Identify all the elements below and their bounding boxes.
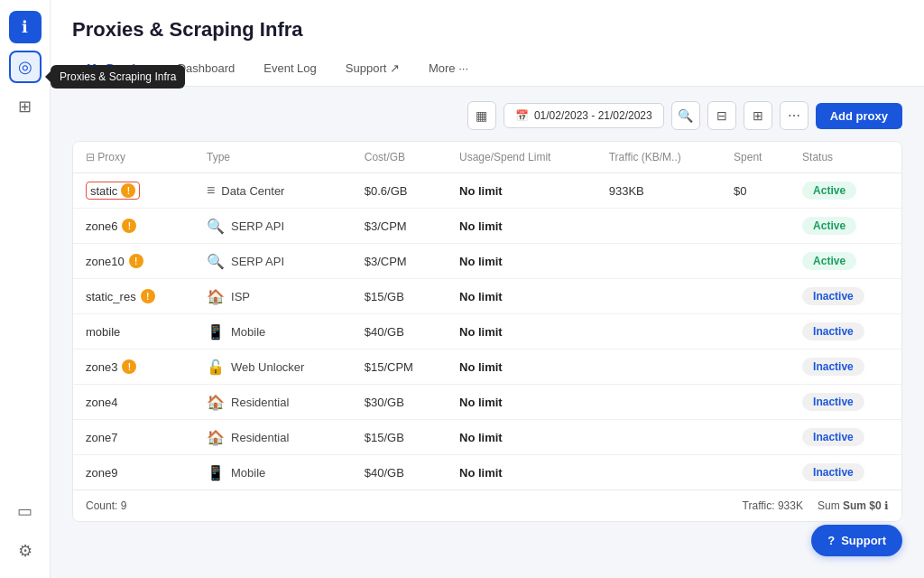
cell-traffic xyxy=(596,244,721,279)
table-footer: Count: 9 Traffic: 933K Sum Sum $0 ℹ xyxy=(73,489,901,521)
type-label: ISP xyxy=(231,290,250,303)
cell-proxy: static ! xyxy=(73,173,194,209)
status-badge: Inactive xyxy=(802,393,864,411)
warn-icon: ! xyxy=(121,183,135,198)
type-label: Web Unlocker xyxy=(231,360,304,374)
col-status: Status xyxy=(790,142,901,173)
traffic-label: Traffic: 933K xyxy=(743,499,803,512)
count-label: Count: 9 xyxy=(86,499,126,512)
proxy-table: ⊟ Proxy Type Cost/GB Usage/Spend Limit T… xyxy=(72,141,902,522)
cell-limit: No limit xyxy=(447,173,596,209)
cell-status: Inactive xyxy=(790,385,901,420)
support-button[interactable]: ? Support xyxy=(811,525,902,556)
type-icon: 🔍 xyxy=(207,253,225,270)
col-limit: Usage/Spend Limit xyxy=(447,142,596,173)
cell-status: Inactive xyxy=(790,420,901,455)
cell-cost: $3/CPM xyxy=(352,244,447,279)
status-badge: Inactive xyxy=(802,358,864,376)
cell-cost: $3/CPM xyxy=(352,209,447,244)
cell-type: 🏠 Residential xyxy=(194,420,352,455)
cell-spent xyxy=(721,385,790,420)
date-range-picker[interactable]: 📅 01/02/2023 - 21/02/2023 xyxy=(504,103,664,128)
table-row: static ! ≡ Data Center $0.6/GB No limit … xyxy=(73,173,901,209)
proxy-name-boxed: static ! xyxy=(86,182,140,200)
sidebar-item-settings[interactable]: ⚙ xyxy=(9,535,42,567)
proxy-name: zone9 xyxy=(86,466,181,480)
cell-proxy: zone3 ! xyxy=(73,350,194,385)
cell-proxy: zone4 xyxy=(73,385,194,420)
proxy-name: mobile xyxy=(86,325,181,339)
table-row: zone6 ! 🔍 SERP API $3/CPM No limit Activ… xyxy=(73,209,901,244)
grid-icon-btn[interactable]: ⊞ xyxy=(744,101,772,130)
status-badge: Inactive xyxy=(802,463,864,481)
table-row: zone9 📱 Mobile $40/GB No limit Inactive xyxy=(73,455,901,490)
filter-icon-btn[interactable]: ⊟ xyxy=(707,101,736,130)
proxy-name: zone4 xyxy=(86,396,181,409)
cell-cost: $0.6/GB xyxy=(352,173,447,209)
type-icon: 📱 xyxy=(207,323,225,340)
chart-icon-btn[interactable]: ▦ xyxy=(467,101,496,130)
table-header-row: ⊟ Proxy Type Cost/GB Usage/Spend Limit T… xyxy=(73,142,901,173)
col-spent: Spent xyxy=(721,142,790,173)
sidebar-tooltip: Proxies & Scraping Infra xyxy=(51,65,185,89)
cell-spent xyxy=(721,420,790,455)
sidebar-item-card[interactable]: ▭ xyxy=(9,495,42,527)
cell-cost: $40/GB xyxy=(352,314,447,350)
sidebar-item-layers[interactable]: ⊞ xyxy=(9,90,42,123)
proxy-name: zone10 ! xyxy=(86,254,181,268)
cell-spent xyxy=(721,209,790,244)
tab-event-log[interactable]: Event Log xyxy=(249,52,331,86)
status-badge: Inactive xyxy=(802,428,864,446)
cell-limit: No limit xyxy=(447,385,596,420)
cell-traffic xyxy=(596,420,721,455)
cell-traffic xyxy=(596,350,721,385)
sidebar-item-info[interactable]: ℹ xyxy=(9,11,42,43)
cell-status: Inactive xyxy=(790,314,901,350)
cell-spent xyxy=(721,314,790,350)
cell-type: 🏠 Residential xyxy=(194,385,352,420)
status-badge: Inactive xyxy=(802,322,864,340)
type-icon: 📱 xyxy=(207,464,225,481)
cell-type: 🔍 SERP API xyxy=(194,244,352,279)
cell-cost: $15/CPM xyxy=(352,350,447,385)
type-icon: 🔍 xyxy=(207,218,225,235)
sidebar-item-proxy[interactable]: ◎ xyxy=(9,51,42,83)
type-label: Residential xyxy=(231,431,289,444)
add-proxy-button[interactable]: Add proxy xyxy=(816,103,902,129)
cell-traffic: 933KB xyxy=(596,173,721,209)
cell-spent xyxy=(721,279,790,314)
cell-type: ≡ Data Center xyxy=(194,173,352,209)
cell-cost: $15/GB xyxy=(352,420,447,455)
cell-cost: $40/GB xyxy=(352,455,447,490)
cell-limit: No limit xyxy=(447,244,596,279)
type-icon: 🏠 xyxy=(207,394,225,411)
status-badge: Active xyxy=(802,182,856,200)
type-label: SERP API xyxy=(231,219,284,233)
cell-status: Inactive xyxy=(790,350,901,385)
page-title: Proxies & Scraping Infra xyxy=(72,18,902,42)
cell-proxy: zone9 xyxy=(73,455,194,490)
cell-proxy: static_res ! xyxy=(73,279,194,314)
cell-proxy: mobile xyxy=(73,314,194,350)
cell-traffic xyxy=(596,279,721,314)
tab-more[interactable]: More ··· xyxy=(414,52,483,86)
cell-spent xyxy=(721,455,790,490)
more-options-btn[interactable]: ⋯ xyxy=(780,101,808,130)
table-row: mobile 📱 Mobile $40/GB No limit Inactive xyxy=(73,314,901,350)
calendar-icon: 📅 xyxy=(515,109,529,122)
status-badge: Active xyxy=(802,217,856,235)
support-icon: ? xyxy=(827,534,835,547)
cell-status: Inactive xyxy=(790,455,901,490)
cell-cost: $30/GB xyxy=(352,385,447,420)
type-label: Mobile xyxy=(231,325,265,339)
type-icon: 🏠 xyxy=(207,429,225,446)
proxy-name: zone7 xyxy=(86,431,181,444)
type-label: Data Center xyxy=(221,184,284,198)
search-icon-btn[interactable]: 🔍 xyxy=(671,101,700,130)
table-row: zone4 🏠 Residential $30/GB No limit Inac… xyxy=(73,385,901,420)
col-traffic: Traffic (KB/M..) xyxy=(596,142,721,173)
proxy-name: static_res ! xyxy=(86,289,181,303)
warn-icon: ! xyxy=(129,254,143,268)
proxy-name: zone3 ! xyxy=(86,359,181,374)
tab-support[interactable]: Support ↗ xyxy=(331,52,414,86)
